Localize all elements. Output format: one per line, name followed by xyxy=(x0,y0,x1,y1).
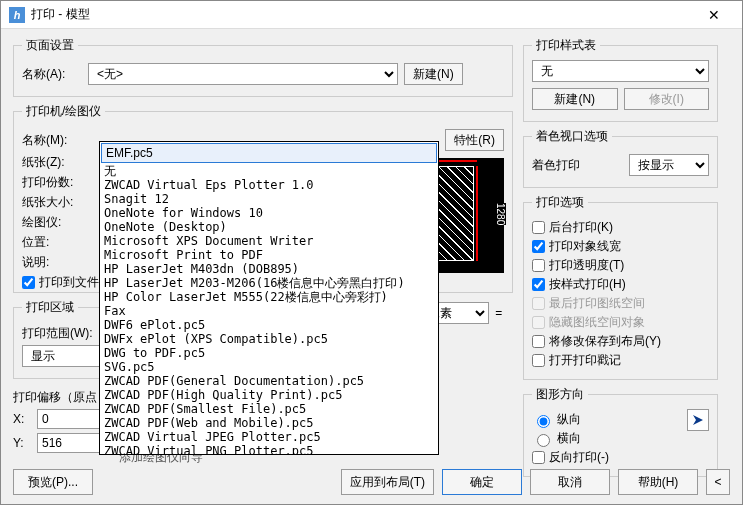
dropdown-item[interactable]: ZWCAD PDF(High Quality Print).pc5 xyxy=(100,388,438,402)
style-modify-button: 修改(I) xyxy=(624,88,710,110)
ok-button[interactable]: 确定 xyxy=(442,469,522,495)
orient-portrait-radio[interactable] xyxy=(537,415,550,428)
orientation-legend: 图形方向 xyxy=(532,386,588,403)
offset-x-label: X: xyxy=(13,412,31,426)
print-area-legend: 打印区域 xyxy=(22,299,78,316)
dropdown-item[interactable]: Microsoft XPS Document Writer xyxy=(100,234,438,248)
close-button[interactable]: ✕ xyxy=(694,7,734,23)
printer-name-dropdown[interactable]: EMF.pc5 无ZWCAD Virtual Eps Plotter 1.0Sn… xyxy=(99,141,439,455)
opt-lastps-checkbox xyxy=(532,297,545,310)
page-new-button[interactable]: 新建(N) xyxy=(404,63,463,85)
dropdown-item[interactable]: HP LaserJet M203-M206(16楼信息中心旁黑白打印) xyxy=(100,276,438,290)
opt-hideps-label: 隐藏图纸空间对象 xyxy=(549,314,645,331)
page-name-select[interactable]: <无> xyxy=(88,63,398,85)
opt-style-label: 按样式打印(H) xyxy=(549,276,626,293)
paper-label: 纸张(Z): xyxy=(22,154,82,171)
dropdown-item[interactable]: ZWCAD Virtual JPEG Plotter.pc5 xyxy=(100,430,438,444)
style-table-select[interactable]: 无 xyxy=(532,60,709,82)
dropdown-selected-box[interactable]: EMF.pc5 xyxy=(101,143,437,163)
desc-label: 说明: xyxy=(22,254,82,271)
print-range-label: 打印范围(W): xyxy=(22,325,93,342)
dropdown-item[interactable]: Snagit 12 xyxy=(100,192,438,206)
offset-y-label: Y: xyxy=(13,436,31,450)
window-title: 打印 - 模型 xyxy=(31,6,694,23)
dropdown-item[interactable]: ZWCAD PDF(Smallest File).pc5 xyxy=(100,402,438,416)
style-new-button[interactable]: 新建(N) xyxy=(532,88,618,110)
shade-select[interactable]: 按显示 xyxy=(629,154,709,176)
shade-legend: 着色视口选项 xyxy=(532,128,612,145)
dropdown-item[interactable]: DWF6 ePlot.pc5 xyxy=(100,318,438,332)
apply-layout-button[interactable]: 应用到布局(T) xyxy=(341,469,434,495)
preview-button[interactable]: 预览(P)... xyxy=(13,469,93,495)
opt-style-checkbox[interactable] xyxy=(532,278,545,291)
opt-savelayout-label: 将修改保存到布局(Y) xyxy=(549,333,661,350)
orient-landscape-radio[interactable] xyxy=(537,434,550,447)
page-setup-legend: 页面设置 xyxy=(22,37,78,54)
opt-bg-label: 后台打印(K) xyxy=(549,219,613,236)
dropdown-item[interactable]: HP LaserJet M403dn (DOB895) xyxy=(100,262,438,276)
dropdown-item[interactable]: ZWCAD PDF(Web and Mobile).pc5 xyxy=(100,416,438,430)
location-label: 位置: xyxy=(22,234,82,251)
options-legend: 打印选项 xyxy=(532,194,588,211)
page-setup-group: 页面设置 名称(A): <无> 新建(N) xyxy=(13,37,513,97)
offset-legend: 打印偏移（原点 xyxy=(13,389,97,406)
collapse-button[interactable]: < xyxy=(706,469,730,495)
dropdown-item[interactable]: ZWCAD PDF(General Documentation).pc5 xyxy=(100,374,438,388)
preview-height: 1280 xyxy=(495,203,506,225)
printer-legend: 打印机/绘图仪 xyxy=(22,103,105,120)
offset-x-input[interactable] xyxy=(37,409,107,429)
opt-trans-checkbox[interactable] xyxy=(532,259,545,272)
svg-marker-0 xyxy=(693,415,703,425)
opt-lw-label: 打印对象线宽 xyxy=(549,238,621,255)
opt-savelayout-checkbox[interactable] xyxy=(532,335,545,348)
opt-lw-checkbox[interactable] xyxy=(532,240,545,253)
dropdown-item[interactable]: OneNote (Desktop) xyxy=(100,220,438,234)
shade-label: 着色打印 xyxy=(532,157,580,174)
style-table-legend: 打印样式表 xyxy=(532,37,600,54)
offset-y-input[interactable] xyxy=(37,433,107,453)
printer-name-label: 名称(M): xyxy=(22,132,82,149)
help-button[interactable]: 帮助(H) xyxy=(618,469,698,495)
shade-group: 着色视口选项 着色打印 按显示 xyxy=(523,128,718,188)
options-group: 打印选项 后台打印(K) 打印对象线宽 打印透明度(T) 按样式打印(H) 最后… xyxy=(523,194,718,380)
opt-bg-checkbox[interactable] xyxy=(532,221,545,234)
copies-label: 打印份数: xyxy=(22,174,82,191)
print-to-file-label: 打印到文件 xyxy=(39,274,99,291)
style-table-group: 打印样式表 无 新建(N) 修改(I) xyxy=(523,37,718,122)
orientation-preview-icon xyxy=(687,409,709,431)
orient-portrait-label: 纵向 xyxy=(557,411,581,428)
page-name-label: 名称(A): xyxy=(22,66,82,83)
dropdown-item[interactable]: ZWCAD Virtual Eps Plotter 1.0 xyxy=(100,178,438,192)
dropdown-item[interactable]: SVG.pc5 xyxy=(100,360,438,374)
dropdown-item[interactable]: Fax xyxy=(100,304,438,318)
opt-stamp-checkbox[interactable] xyxy=(532,354,545,367)
orient-landscape-label: 横向 xyxy=(557,430,581,447)
plotter-label: 绘图仪: xyxy=(22,214,82,231)
dropdown-item[interactable]: DWG to PDF.pc5 xyxy=(100,346,438,360)
dropdown-item[interactable]: 无 xyxy=(100,164,438,178)
opt-stamp-label: 打开打印戳记 xyxy=(549,352,621,369)
print-to-file-checkbox[interactable] xyxy=(22,276,35,289)
printer-props-button[interactable]: 特性(R) xyxy=(445,129,504,151)
opt-hideps-checkbox xyxy=(532,316,545,329)
dropdown-item[interactable]: HP Color LaserJet M555(22楼信息中心旁彩打) xyxy=(100,290,438,304)
dropdown-item[interactable]: OneNote for Windows 10 xyxy=(100,206,438,220)
opt-lastps-label: 最后打印图纸空间 xyxy=(549,295,645,312)
dropdown-item[interactable]: DWFx ePlot (XPS Compatible).pc5 xyxy=(100,332,438,346)
equals-label: = xyxy=(495,306,502,320)
size-label: 纸张大小: xyxy=(22,194,82,211)
opt-trans-label: 打印透明度(T) xyxy=(549,257,624,274)
app-icon: h xyxy=(9,7,25,23)
dropdown-item[interactable]: Microsoft Print to PDF xyxy=(100,248,438,262)
cancel-button[interactable]: 取消 xyxy=(530,469,610,495)
dropdown-item[interactable]: ZWCAD Virtual PNG Plotter.pc5 xyxy=(100,444,438,454)
